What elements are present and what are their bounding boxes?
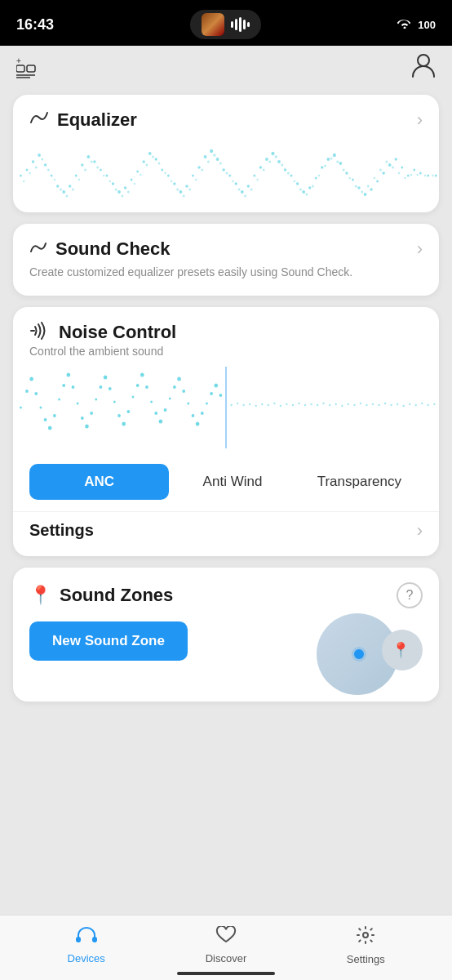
nav-discover[interactable]: Discover <box>156 926 295 964</box>
svg-point-65 <box>382 172 384 175</box>
svg-point-179 <box>187 402 189 404</box>
svg-point-55 <box>321 166 323 169</box>
noise-control-header: Noise Control <box>13 307 439 345</box>
heart-icon <box>215 926 237 949</box>
svg-point-40 <box>228 175 231 177</box>
svg-point-71 <box>419 172 422 175</box>
svg-point-61 <box>357 186 360 189</box>
svg-point-172 <box>154 412 157 415</box>
svg-point-178 <box>182 390 185 393</box>
svg-point-42 <box>241 190 244 194</box>
svg-point-46 <box>265 158 268 161</box>
svg-point-143 <box>20 406 22 408</box>
svg-point-157 <box>85 424 89 428</box>
svg-point-80 <box>60 189 62 191</box>
svg-point-34 <box>192 175 194 177</box>
anc-button[interactable]: ANC <box>29 464 169 500</box>
svg-point-74 <box>23 180 24 182</box>
svg-point-7 <box>26 169 29 172</box>
svg-point-62 <box>364 193 367 196</box>
svg-point-150 <box>53 414 56 417</box>
svg-point-162 <box>109 387 112 390</box>
equalizer-title-row: Equalizer <box>29 109 137 131</box>
help-button[interactable]: ? <box>397 582 423 608</box>
svg-point-194 <box>273 402 275 403</box>
svg-point-70 <box>413 169 415 172</box>
svg-point-167 <box>132 395 135 398</box>
svg-point-64 <box>376 180 379 183</box>
toolbar-left[interactable]: + <box>16 56 46 78</box>
svg-point-131 <box>374 177 375 179</box>
svg-point-138 <box>416 174 418 176</box>
svg-point-147 <box>40 406 42 408</box>
transparency-button[interactable]: Transparency <box>296 464 423 500</box>
svg-point-59 <box>345 172 348 175</box>
svg-point-96 <box>158 163 161 165</box>
sound-check-description: Create customized equalizer presets easi… <box>13 265 439 296</box>
svg-point-136 <box>404 177 405 179</box>
sound-check-title: Sound Check <box>55 238 171 260</box>
svg-point-45 <box>259 166 262 169</box>
svg-point-36 <box>204 155 207 158</box>
noise-control-card: Noise Control Control the ambient sound <box>13 307 439 556</box>
svg-point-214 <box>397 403 398 404</box>
svg-text:+: + <box>16 56 21 65</box>
svg-point-38 <box>216 158 219 161</box>
nav-devices-label: Devices <box>68 952 105 964</box>
svg-point-78 <box>47 169 50 172</box>
nav-devices[interactable]: Devices <box>16 926 156 964</box>
svg-point-184 <box>210 392 213 395</box>
svg-point-199 <box>304 403 306 405</box>
svg-point-106 <box>219 163 222 165</box>
svg-point-223 <box>363 933 368 938</box>
equalizer-card[interactable]: Equalizer › <box>13 95 439 212</box>
svg-point-14 <box>69 185 71 188</box>
noise-control-settings-row[interactable]: Settings › <box>13 511 439 556</box>
svg-point-158 <box>90 412 93 415</box>
svg-point-198 <box>298 402 299 403</box>
svg-point-148 <box>44 418 47 421</box>
svg-rect-222 <box>92 937 97 942</box>
sound-bars-icon <box>231 16 250 33</box>
svg-point-108 <box>232 180 233 182</box>
svg-point-97 <box>164 172 166 174</box>
svg-point-12 <box>56 185 59 188</box>
svg-point-204 <box>335 403 337 404</box>
svg-point-151 <box>58 398 60 400</box>
svg-point-83 <box>78 179 80 180</box>
map-location-dot <box>354 649 364 659</box>
noise-control-description: Control the ambient sound <box>13 345 439 363</box>
svg-point-90 <box>121 195 123 198</box>
svg-point-114 <box>268 161 271 163</box>
anti-wind-button[interactable]: Anti Wind <box>169 464 295 500</box>
svg-point-165 <box>122 421 126 425</box>
svg-point-115 <box>275 155 277 158</box>
svg-point-217 <box>415 403 417 405</box>
svg-point-195 <box>280 404 281 406</box>
svg-point-132 <box>379 169 382 172</box>
noise-control-icon <box>29 322 51 343</box>
sound-zones-card: 📍 Sound Zones ? New Sound Zone 📍 <box>13 568 439 702</box>
svg-point-27 <box>148 152 152 155</box>
sound-zones-bottom: New Sound Zone 📍 <box>29 621 423 687</box>
now-playing-pill[interactable] <box>190 10 261 39</box>
profile-button[interactable] <box>411 52 436 82</box>
svg-point-89 <box>115 189 117 191</box>
svg-point-76 <box>35 167 38 169</box>
svg-rect-1 <box>16 65 24 72</box>
svg-rect-221 <box>76 937 81 942</box>
svg-point-11 <box>51 175 53 177</box>
new-sound-zone-button[interactable]: New Sound Zone <box>29 621 188 661</box>
svg-point-181 <box>196 421 200 425</box>
svg-point-84 <box>84 169 86 172</box>
svg-point-110 <box>244 195 246 198</box>
svg-point-51 <box>296 182 299 185</box>
svg-point-128 <box>355 185 357 188</box>
svg-point-216 <box>409 403 410 404</box>
svg-point-94 <box>146 164 148 167</box>
nav-settings[interactable]: Settings <box>296 925 436 965</box>
svg-point-134 <box>392 167 394 169</box>
sound-check-card[interactable]: Sound Check › Create customized equalize… <box>13 224 439 296</box>
svg-point-193 <box>268 403 269 405</box>
grid-add-icon[interactable]: + <box>16 56 46 78</box>
